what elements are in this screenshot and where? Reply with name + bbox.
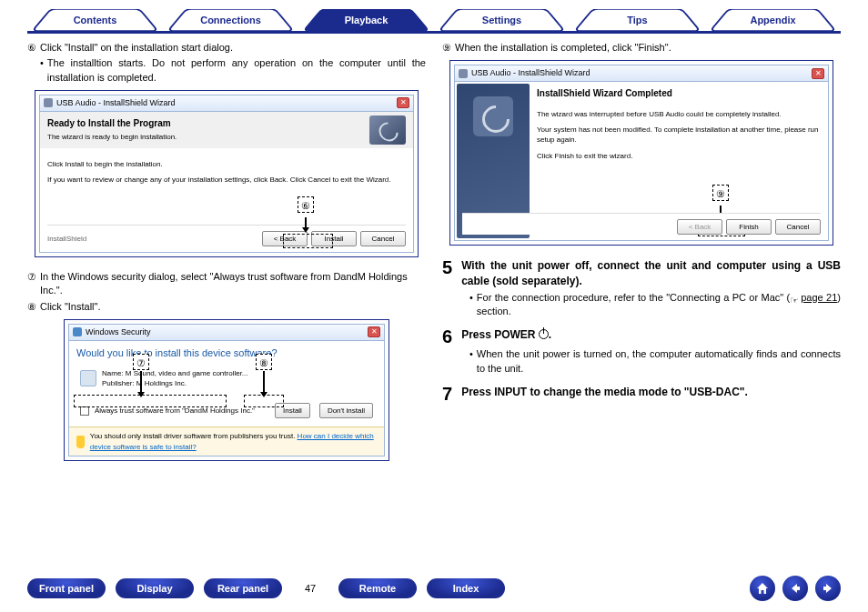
step-text: Click "Install" on the installation star… — [40, 41, 233, 55]
dialog-title: Windows Security — [86, 326, 151, 338]
dialog-body: Ready to Install the Program The wizard … — [39, 112, 414, 253]
bullet-dot: • — [469, 347, 473, 376]
bullet-text: For the connection procedure, refer to t… — [477, 291, 841, 319]
tab-label: Connections — [200, 15, 261, 25]
power-icon — [539, 329, 549, 339]
step-heading: With the unit power off, connect the uni… — [461, 258, 841, 289]
big-5-bullet: • For the connection procedure, refer to… — [442, 291, 841, 319]
page-number: 47 — [292, 583, 328, 594]
tab-tips[interactable]: Tips — [570, 9, 705, 31]
banner-heading: Ready to Install the Program — [47, 118, 171, 128]
footer-label: InstallShield — [47, 234, 86, 244]
callout-arrow-8 — [263, 371, 265, 393]
shield-icon — [76, 436, 85, 448]
dialog-title: USB Audio - InstallShield Wizard — [471, 67, 590, 79]
bullet-dot: • — [469, 291, 473, 319]
publisher-line: Publisher: M Holdings Inc. — [102, 378, 248, 388]
bullet-text: The installtion starts. Do not perform a… — [47, 56, 426, 85]
prev-button[interactable] — [782, 576, 808, 601]
tab-settings[interactable]: Settings — [434, 9, 570, 31]
next-button[interactable] — [815, 576, 841, 601]
callout-7: ⑦ — [133, 354, 149, 370]
tab-label: Tips — [627, 15, 647, 25]
tab-contents[interactable]: Contents — [27, 9, 163, 31]
right-column: ⑨ When the installation is completed, cl… — [442, 41, 841, 474]
close-icon: ✕ — [812, 68, 824, 79]
software-info: Name: M Sound, video and game controller… — [76, 366, 377, 391]
callout-9: ⑨ — [712, 185, 729, 201]
close-icon: ✕ — [397, 97, 409, 108]
trust-text: Always trust software from "DandM Holdin… — [95, 406, 255, 416]
page-ref-icon: ☞ — [790, 294, 801, 303]
cancel-button: Cancel — [360, 231, 406, 246]
step-text: When the installation is completed, clic… — [455, 41, 671, 55]
callout-8: ⑧ — [256, 354, 272, 370]
step-text: In the Windows security dialog, select "… — [40, 270, 426, 298]
cancel-button: Cancel — [775, 219, 821, 235]
pill-front-panel[interactable]: Front panel — [27, 578, 106, 598]
content-columns: ⑥ Click "Install" on the installation st… — [0, 34, 868, 474]
bullet-text: When the unit power is turned on, the co… — [477, 347, 841, 376]
pill-remote[interactable]: Remote — [338, 578, 417, 598]
banner-icon — [369, 115, 406, 145]
tab-label: Settings — [482, 15, 521, 25]
dialog-body: InstallShield Wizard Completed The wizar… — [454, 82, 829, 241]
step-7: ⑦ In the Windows security dialog, select… — [27, 270, 426, 298]
name-line: Name: M Sound, video and game controller… — [102, 368, 248, 378]
step-9: ⑨ When the installation is completed, cl… — [442, 41, 841, 55]
back-button: < Back — [677, 219, 722, 235]
footer-icons — [750, 576, 841, 601]
screenshot-complete-dialog: USB Audio - InstallShield Wizard ✕ Insta… — [449, 60, 833, 246]
callout-target-8 — [244, 395, 284, 407]
security-icon — [73, 327, 82, 336]
big-6-bullet: • When the unit power is turned on, the … — [442, 347, 841, 376]
complete-line1: The wizard was interrupted before USB Au… — [537, 109, 821, 119]
step-marker: ⑥ — [27, 41, 36, 55]
step-number: 6 — [442, 327, 452, 346]
dialog-titlebar: Windows Security ✕ — [68, 324, 385, 341]
close-icon: ✕ — [368, 326, 380, 337]
step-number: 7 — [442, 385, 452, 403]
tab-label: Contents — [74, 15, 117, 25]
callout-target-7 — [74, 395, 227, 407]
security-question: Would you like to install this device so… — [76, 346, 377, 360]
tab-connections[interactable]: Connections — [163, 9, 298, 31]
pill-index[interactable]: Index — [427, 578, 505, 598]
step-6: ⑥ Click "Install" on the installation st… — [27, 41, 426, 55]
tab-playback[interactable]: Playback — [298, 9, 434, 31]
warn-text: You should only install driver software … — [90, 432, 296, 440]
big-step-6: 6 Press POWER . — [442, 327, 841, 346]
body-line-1: Click Install to begin the installation. — [47, 159, 406, 169]
page-link[interactable]: page 21 — [801, 292, 837, 303]
big-step-5: 5 With the unit power off, connect the u… — [442, 258, 841, 289]
dialog-titlebar: USB Audio - InstallShield Wizard ✕ — [454, 65, 829, 82]
banner-subheading: The wizard is ready to begin installatio… — [47, 132, 177, 142]
pill-display[interactable]: Display — [116, 578, 194, 598]
body-line-2: If you want to review or change any of y… — [47, 175, 406, 185]
checkbox-icon — [80, 406, 89, 416]
disc-icon — [80, 370, 96, 386]
complete-line2: Your system has not been modified. To co… — [537, 125, 821, 145]
pill-rear-panel[interactable]: Rear panel — [204, 578, 282, 598]
screenshot-security-dialog: Windows Security ✕ Would you like to ins… — [64, 319, 389, 461]
callout-arrow-7 — [140, 371, 142, 393]
callout-6: ⑥ — [298, 196, 314, 213]
installer-icon — [44, 98, 53, 107]
home-button[interactable] — [750, 576, 775, 601]
tab-appendix[interactable]: Appendix — [705, 9, 841, 31]
callout-target — [283, 234, 333, 248]
dialog-banner: Ready to Install the Program The wizard … — [40, 112, 413, 148]
tab-label: Playback — [345, 15, 389, 25]
warning-row: You should only install driver software … — [69, 426, 384, 455]
step-heading: Press POWER . — [461, 327, 841, 346]
callout-arrow — [305, 217, 307, 228]
dialog-title: USB Audio - InstallShield Wizard — [56, 97, 176, 109]
step-marker: ⑦ — [27, 270, 36, 298]
bullet-dot: • — [40, 56, 44, 85]
complete-heading: InstallShield Wizard Completed — [537, 87, 821, 100]
dialog-titlebar: USB Audio - InstallShield Wizard ✕ — [39, 95, 414, 112]
step-marker: ⑧ — [27, 300, 36, 314]
complete-line3: Click Finish to exit the wizard. — [537, 151, 821, 161]
left-column: ⑥ Click "Install" on the installation st… — [27, 41, 426, 474]
top-nav: Contents Connections Playback Settings T… — [27, 9, 841, 31]
